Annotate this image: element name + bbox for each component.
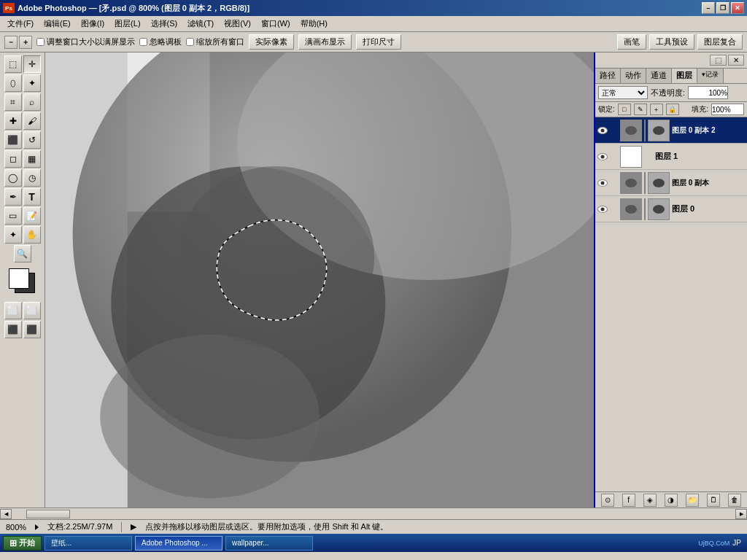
lock-position-button[interactable]: ＋ <box>650 104 663 115</box>
start-button[interactable]: ⊞ 开始 <box>3 536 42 551</box>
zoom-in-button[interactable]: ＋ <box>19 36 32 49</box>
gradient-tool[interactable]: ▦ <box>23 150 41 168</box>
layer-row-0-copy[interactable]: 图层 0 副本 <box>595 170 747 196</box>
titlebar-left: Ps Adobe Photoshop — [矛.psd @ 800% (图层 0… <box>3 3 249 14</box>
hand-tool[interactable]: ✋ <box>23 226 41 244</box>
menu-item-i[interactable]: 图像(I) <box>77 17 109 31</box>
layers-panel: ⬚ ✕ 路径 动作 通道 图层 ▾记录 正常 溶解 正片叠底 不透明度: 锁定:… <box>594 52 747 508</box>
pen-tool[interactable]: ✒ <box>4 188 22 206</box>
fit-window-option: 调整窗口大小以满屏显示 <box>36 36 135 47</box>
standard-mode-button[interactable]: ⬜ <box>4 302 22 319</box>
taskbar: ⊞ 开始 壁纸... Adobe Photoshop ... wallpaper… <box>0 534 747 552</box>
dodge-tool[interactable]: ◷ <box>23 169 41 187</box>
blend-mode-select[interactable]: 正常 溶解 正片叠底 <box>598 86 648 99</box>
menu-item-v[interactable]: 视图(V) <box>220 17 255 31</box>
fit-window-checkbox[interactable] <box>36 38 44 46</box>
tab-paths[interactable]: 路径 <box>595 69 621 83</box>
restore-button[interactable]: ❐ <box>716 2 729 14</box>
layer-visibility-0[interactable] <box>597 203 608 215</box>
tab-actions[interactable]: 动作 <box>621 69 646 83</box>
opacity-input[interactable] <box>688 86 728 99</box>
actual-pixels-button[interactable]: 实际像素 <box>249 34 294 50</box>
layer-row-1[interactable]: 图层 1 <box>595 144 747 170</box>
link-layers-button[interactable]: ⊙ <box>601 494 614 507</box>
lock-transparent-button[interactable]: □ <box>618 104 631 115</box>
taskbar-item-wallpaper2[interactable]: wallpaper... <box>225 536 313 551</box>
scrollbar-track[interactable] <box>12 509 735 519</box>
screen-mode-row: ⬛ ⬛ <box>4 321 41 338</box>
opacity-label: 不透明度: <box>651 88 685 98</box>
new-group-button[interactable]: 📁 <box>686 494 699 507</box>
fit-canvas-button[interactable]: 满画布显示 <box>298 34 352 50</box>
eraser-tool[interactable]: ◻ <box>4 150 22 168</box>
scroll-right-button[interactable]: ▶ <box>735 509 747 519</box>
menu-item-s[interactable]: 选择(S) <box>147 17 182 31</box>
taskbar-item-wallpaper[interactable]: 壁纸... <box>44 536 132 551</box>
menu-item-e[interactable]: 编辑(E) <box>39 17 75 31</box>
add-mask-button[interactable]: ◈ <box>643 494 657 507</box>
svg-point-6 <box>100 335 320 499</box>
heal-tool[interactable]: ✚ <box>4 112 22 130</box>
stamp-tool[interactable]: ⬛ <box>4 131 22 149</box>
minimize-button[interactable]: – <box>702 2 715 14</box>
layer-visibility-1[interactable] <box>597 151 608 163</box>
panel-restore-button[interactable]: ⬚ <box>710 55 727 66</box>
layer-visibility-0c2[interactable] <box>597 125 608 136</box>
zoom-out-button[interactable]: － <box>4 36 18 49</box>
layer-row-0-copy2[interactable]: 图层 0 副本 2 <box>595 117 747 144</box>
move-tool[interactable]: ✛ <box>23 55 41 73</box>
close-button[interactable]: ✕ <box>731 2 744 14</box>
tab-layers[interactable]: 图层 <box>672 69 697 83</box>
text-tool[interactable]: T <box>23 188 41 206</box>
crop-tool[interactable]: ⌗ <box>4 93 22 111</box>
menu-item-f[interactable]: 文件(F) <box>3 17 38 31</box>
notes-tool[interactable]: 📝 <box>23 207 41 225</box>
tool-preset-button[interactable]: 工具预设 <box>649 34 694 50</box>
lasso-tool[interactable]: ⬯ <box>4 74 22 92</box>
layer-row-0[interactable]: 图层 0 <box>595 196 747 222</box>
shrink-all-checkbox[interactable] <box>186 38 194 46</box>
brush-tool[interactable]: 🖌 <box>23 112 41 130</box>
scroll-left-button[interactable]: ◀ <box>0 509 12 519</box>
slice-tool[interactable]: ⌕ <box>23 93 41 111</box>
tab-channels[interactable]: 通道 <box>646 69 672 83</box>
shape-tool[interactable]: ▭ <box>4 207 22 225</box>
ignore-panel-checkbox[interactable] <box>139 38 147 46</box>
magic-wand-tool[interactable]: ✦ <box>23 74 41 92</box>
layer-comps-button[interactable]: 图层复合 <box>697 34 743 50</box>
scrollbar-thumb[interactable] <box>26 510 70 518</box>
full-screen-button[interactable]: ⬛ <box>23 321 41 338</box>
menu-item-t[interactable]: 滤镜(T) <box>183 17 218 31</box>
foreground-color-swatch[interactable] <box>9 268 29 289</box>
eyedropper-tool[interactable]: ✦ <box>4 226 22 244</box>
tool-row-11: 🔍 <box>14 245 31 262</box>
taskbar-item-photoshop[interactable]: Adobe Photoshop ... <box>135 536 222 551</box>
horizontal-scrollbar: ◀ ▶ <box>0 508 747 519</box>
lock-all-button[interactable]: 🔒 <box>666 104 679 115</box>
status-expand-button[interactable] <box>35 524 39 530</box>
new-layer-button[interactable]: 🗒 <box>707 494 720 507</box>
add-style-button[interactable]: f <box>622 494 635 507</box>
selection-marquee: @keyframes march { to { stroke-dashoffse… <box>191 211 344 339</box>
menu-item-w[interactable]: 窗口(W) <box>257 17 295 31</box>
blur-tool[interactable]: ◯ <box>4 169 22 187</box>
history-brush-tool[interactable]: ↺ <box>23 131 41 149</box>
menu-item-l[interactable]: 图层(L) <box>110 17 144 31</box>
new-adjustment-button[interactable]: ◑ <box>665 494 678 507</box>
layer-visibility-0c[interactable] <box>597 177 608 189</box>
zoom-tool[interactable]: 🔍 <box>14 245 31 262</box>
fill-input[interactable] <box>711 104 744 115</box>
svg-point-12 <box>625 205 637 214</box>
menu-item-h[interactable]: 帮助(H) <box>296 17 332 31</box>
delete-layer-button[interactable]: 🗑 <box>728 494 741 507</box>
quick-mask-button[interactable]: ⬜ <box>23 302 41 319</box>
brush-preset-button[interactable]: 画笔 <box>617 34 646 50</box>
screen-mode-button[interactable]: ⬛ <box>4 321 22 338</box>
marquee-tool[interactable]: ⬚ <box>4 55 22 73</box>
print-size-button[interactable]: 打印尺寸 <box>356 34 401 50</box>
status-triangle-2[interactable]: ▶ <box>131 522 136 532</box>
tab-history[interactable]: ▾记录 <box>697 69 724 83</box>
panel-close-button[interactable]: ✕ <box>728 55 744 66</box>
lock-pixels-button[interactable]: ✎ <box>634 104 647 115</box>
fill-label: 填充: <box>692 104 708 114</box>
